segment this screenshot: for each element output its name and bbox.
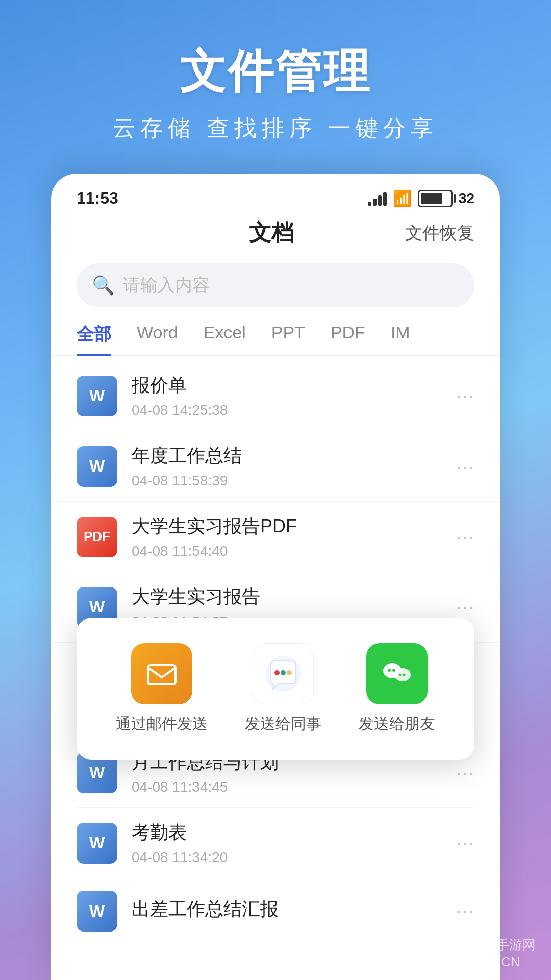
file-info: 出差工作总结汇报 [132, 897, 456, 926]
tab-im[interactable]: IM [391, 323, 410, 355]
svg-point-6 [394, 668, 411, 681]
file-icon-word: W [77, 823, 117, 864]
file-info: 考勤表 04-08 11:34:20 [132, 820, 456, 866]
svg-point-7 [388, 669, 391, 672]
svg-point-4 [287, 670, 292, 675]
file-name: 大学生实习报告 [132, 584, 456, 609]
file-date: 04-08 14:25:38 [132, 402, 456, 419]
file-recovery-button[interactable]: 文件恢复 [405, 222, 474, 245]
file-more-button[interactable]: ··· [456, 597, 474, 618]
file-date: 04-08 11:54:40 [132, 543, 456, 559]
wechat-svg [377, 653, 417, 694]
signal-icon [368, 191, 387, 206]
share-wechat-icon [366, 643, 428, 704]
tab-word[interactable]: Word [137, 323, 178, 355]
file-item-8[interactable]: W 出差工作总结汇报 ··· [77, 878, 474, 944]
file-name: 考勤表 [132, 820, 456, 845]
share-friend-label: 发送给朋友 [359, 714, 435, 734]
file-list-bottom: W 月工作总结与计划 04-08 11:34:45 ··· W 考勤表 04-0… [77, 738, 474, 944]
share-colleague-label: 发送给同事 [245, 714, 321, 734]
svg-point-2 [274, 670, 280, 675]
file-more-button[interactable]: ··· [456, 900, 474, 922]
file-date: 04-08 11:34:20 [132, 849, 456, 866]
file-info: 年度工作总结 04-08 11:58:39 [132, 444, 456, 489]
file-icon-word: W [77, 446, 117, 487]
share-friend-option[interactable]: 发送给朋友 [359, 643, 435, 734]
share-email-icon [131, 643, 192, 704]
file-date: 04-08 11:58:39 [132, 473, 456, 489]
file-more-button[interactable]: ··· [456, 456, 474, 477]
file-date: 04-08 11:34:45 [132, 779, 456, 795]
wifi-icon: 📶 [393, 189, 412, 207]
tab-excel[interactable]: Excel [204, 323, 246, 355]
phone-mock: 11:53 📶 32 文档 文件恢复 🔍 请输入内容 全部 Word Excel [51, 174, 500, 980]
file-item-3[interactable]: PDF 大学生实习报告PDF 04-08 11:54:40 ··· [51, 502, 500, 572]
search-bar[interactable]: 🔍 请输入内容 [77, 263, 474, 307]
share-email-label: 通过邮件发送 [116, 714, 208, 734]
file-info: 大学生实习报告PDF 04-08 11:54:40 [132, 514, 456, 559]
nav-title: 文档 [249, 218, 294, 248]
svg-rect-0 [148, 665, 176, 684]
file-icon-word: W [77, 891, 117, 932]
battery-icon [418, 190, 453, 207]
file-icon-word: W [77, 376, 117, 416]
file-name: 年度工作总结 [132, 444, 456, 469]
status-time: 11:53 [77, 189, 118, 208]
file-more-button[interactable]: ··· [456, 526, 474, 548]
file-name: 报价单 [132, 373, 456, 398]
svg-point-10 [403, 674, 406, 676]
header-area: 文件管理 云存储 查找排序 一键分享 [0, 0, 551, 164]
nav-bar: 文档 文件恢复 [51, 213, 500, 258]
tab-all[interactable]: 全部 [77, 323, 111, 355]
file-more-button[interactable]: ··· [456, 832, 474, 854]
file-item-2[interactable]: W 年度工作总结 04-08 11:58:39 ··· [51, 431, 500, 502]
share-email-option[interactable]: 通过邮件发送 [116, 643, 208, 734]
file-item-7[interactable]: W 考勤表 04-08 11:34:20 ··· [77, 808, 474, 878]
file-name: 出差工作总结汇报 [132, 897, 456, 922]
battery-level: 32 [459, 190, 474, 207]
search-placeholder: 请输入内容 [123, 274, 210, 297]
tab-pdf[interactable]: PDF [331, 323, 365, 355]
share-colleague-icon [253, 643, 314, 704]
search-icon: 🔍 [92, 275, 115, 296]
file-name: 大学生实习报告PDF [132, 514, 456, 539]
share-options: 通过邮件发送 发送给同事 [97, 643, 454, 734]
file-item-1[interactable]: W 报价单 04-08 14:25:38 ··· [51, 361, 500, 431]
file-more-button[interactable]: ··· [456, 762, 474, 783]
share-popup: 通过邮件发送 发送给同事 [77, 618, 474, 760]
status-bar: 11:53 📶 32 [51, 174, 500, 213]
email-svg [144, 656, 180, 692]
share-colleague-option[interactable]: 发送给同事 [245, 643, 321, 734]
tab-ppt[interactable]: PPT [271, 323, 305, 355]
file-more-button[interactable]: ··· [456, 385, 474, 407]
page-title: 文件管理 [20, 41, 531, 103]
file-icon-pdf: PDF [77, 517, 117, 557]
svg-point-8 [392, 669, 395, 672]
page-subtitle: 云存储 查找排序 一键分享 [20, 113, 531, 143]
svg-point-9 [399, 674, 402, 676]
watermark: 54h9手游网COM.CN [466, 936, 536, 970]
file-info: 报价单 04-08 14:25:38 [132, 373, 456, 419]
status-right: 📶 32 [368, 189, 474, 207]
colleague-svg [263, 653, 304, 694]
svg-point-3 [281, 670, 286, 675]
tab-bar: 全部 Word Excel PPT PDF IM [51, 323, 500, 356]
